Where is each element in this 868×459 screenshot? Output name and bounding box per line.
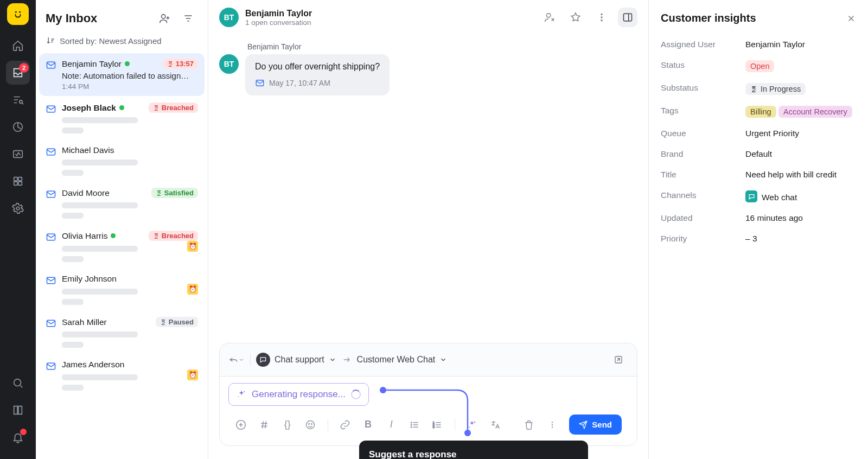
message-text: Do you offer overnight shipping?	[255, 62, 380, 72]
link-button[interactable]	[339, 418, 352, 432]
nav-rail: 2	[0, 0, 36, 459]
generating-indicator: Generating response...	[228, 383, 369, 406]
mail-icon	[46, 232, 56, 262]
sla-pill: 13:57	[163, 59, 198, 69]
chevron-down-icon	[329, 356, 336, 364]
svg-point-33	[411, 422, 412, 423]
tooltip-title: Suggest a response	[369, 449, 578, 459]
rail-list-search[interactable]	[6, 88, 30, 112]
toolbar-more-button[interactable]	[546, 418, 559, 432]
conversation-item[interactable]: Olivia Harris Breached ⏰	[39, 225, 205, 267]
svg-point-27	[244, 391, 245, 392]
svg-rect-7	[14, 182, 17, 185]
alarm-icon: ⏰	[187, 369, 198, 380]
mail-icon	[255, 78, 265, 88]
svg-point-40	[469, 426, 470, 428]
assign-button[interactable]	[155, 9, 174, 28]
toggle-sidebar-button[interactable]	[618, 8, 637, 27]
conv-name: Benjamin Taylor	[62, 59, 122, 69]
rail-search[interactable]	[6, 371, 30, 395]
trash-button[interactable]	[523, 418, 535, 432]
svg-point-21	[601, 14, 602, 15]
conversation-item[interactable]: David Moore Satisfied	[39, 182, 205, 224]
rail-reports[interactable]	[6, 115, 30, 139]
insights-panel: Customer insights Assigned UserBenjamin …	[649, 0, 868, 459]
hash-button[interactable]	[258, 418, 271, 432]
mail-icon	[46, 104, 56, 133]
conversation-item[interactable]: Joseph Black Breached	[39, 97, 205, 139]
avatar: BT	[219, 8, 239, 27]
svg-rect-6	[18, 177, 22, 181]
svg-rect-8	[18, 182, 22, 185]
svg-point-22	[601, 16, 602, 18]
italic-button[interactable]: I	[385, 418, 398, 432]
bold-button[interactable]: B	[362, 418, 374, 432]
alarm-icon: ⏰	[187, 241, 198, 252]
connector-dot-end	[464, 430, 471, 436]
rail-apps[interactable]	[6, 169, 30, 193]
rail-settings[interactable]	[6, 196, 30, 220]
status-badge: Open	[745, 60, 774, 72]
mail-icon	[46, 189, 56, 219]
reply-mode[interactable]	[228, 350, 245, 369]
variable-button[interactable]: {}	[281, 418, 293, 432]
bullet-list-button[interactable]	[408, 418, 420, 432]
svg-point-39	[474, 421, 475, 422]
inbox-badge: 2	[19, 63, 29, 73]
rail-docs[interactable]	[6, 398, 30, 422]
close-button[interactable]	[846, 14, 856, 23]
composer: Chat support Customer Web Chat	[219, 343, 637, 446]
emoji-button[interactable]	[304, 418, 317, 432]
alarm-icon: ⏰	[187, 284, 198, 295]
conversation-item[interactable]: Benjamin Taylor 13:57 Note: Automation f…	[39, 53, 205, 96]
translate-button[interactable]	[489, 418, 501, 432]
svg-point-35	[411, 426, 412, 428]
conv-name: Olivia Harris	[62, 231, 107, 241]
conv-name: James Anderson	[62, 360, 124, 369]
conversation-item[interactable]: Michael Davis	[39, 140, 205, 181]
send-button[interactable]: Send	[569, 415, 622, 435]
rail-notifications[interactable]	[6, 425, 30, 449]
rail-activity[interactable]	[6, 142, 30, 166]
ordered-list-button[interactable]: 123	[431, 418, 444, 432]
connector-dot-start	[380, 387, 386, 393]
rail-home[interactable]	[6, 34, 30, 58]
conv-name: Sarah Miller	[62, 317, 107, 327]
sort-bar[interactable]: Sorted by: Newest Assigned	[36, 30, 208, 52]
add-button[interactable]	[235, 418, 247, 432]
sla-pill: Breached	[149, 103, 198, 113]
presence-dot	[119, 105, 124, 110]
mail-icon	[46, 318, 56, 348]
conv-name: Joseph Black	[62, 103, 116, 113]
conversation-list: Benjamin Taylor 13:57 Note: Automation f…	[36, 52, 208, 459]
conversation-item[interactable]: Sarah Miller Paused	[39, 311, 205, 353]
svg-point-20	[547, 14, 551, 17]
svg-point-9	[16, 207, 20, 210]
svg-point-32	[311, 423, 312, 424]
star-button[interactable]	[566, 8, 585, 27]
message-timestamp: May 17, 10:47 AM	[269, 79, 330, 87]
filter-button[interactable]	[178, 9, 198, 28]
notification-dot	[20, 429, 27, 435]
sparkle-icon	[237, 390, 246, 399]
mail-icon	[46, 275, 56, 305]
expand-composer-button[interactable]	[609, 350, 628, 369]
channel-dest[interactable]: Customer Web Chat	[357, 355, 448, 365]
svg-point-28	[238, 397, 239, 398]
message-bubble: Do you offer overnight shipping? May 17,…	[245, 54, 390, 95]
arrow-right-icon	[342, 355, 352, 365]
conversation-item[interactable]: James Anderson ⏰	[39, 354, 205, 396]
channel-source[interactable]: Chat support	[256, 353, 336, 367]
svg-point-43	[552, 426, 553, 428]
more-button[interactable]	[592, 8, 611, 27]
message-avatar: BT	[219, 54, 239, 74]
edit-user-button[interactable]	[540, 8, 559, 27]
chat-icon	[256, 353, 270, 367]
conv-timestamp: 1:44 PM	[62, 82, 198, 91]
rail-inbox[interactable]: 2	[6, 61, 30, 85]
tag-account-recovery: Account Recovery	[778, 106, 852, 118]
sort-label: Sorted by: Newest Assigned	[60, 36, 162, 46]
webchat-icon	[745, 190, 757, 202]
sla-pill: Paused	[156, 317, 198, 327]
conversation-item[interactable]: Emily Johnson ⏰	[39, 269, 205, 310]
